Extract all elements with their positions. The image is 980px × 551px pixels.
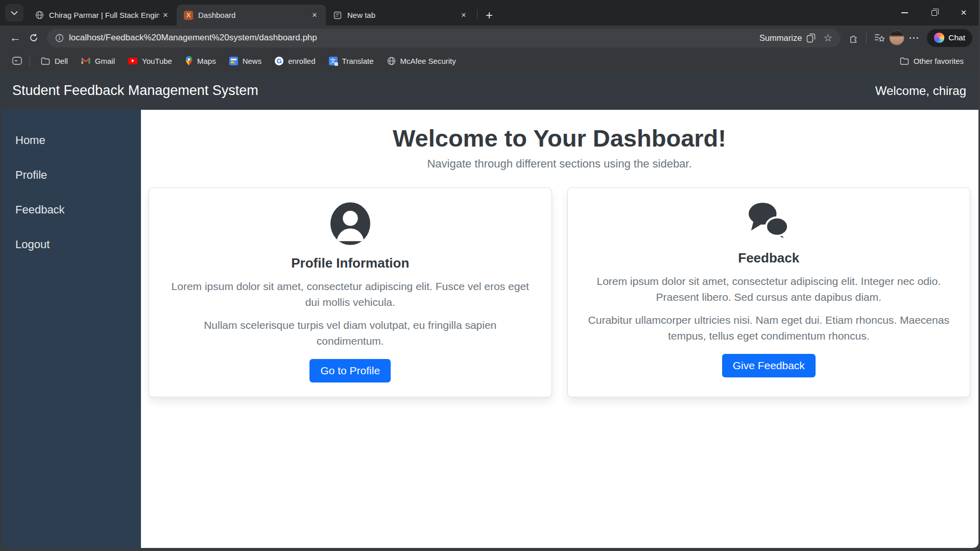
sidebar-item-logout[interactable]: Logout: [3, 227, 141, 262]
bookmark-news[interactable]: News: [223, 53, 269, 68]
sidebar-toggle-button[interactable]: [8, 52, 26, 69]
page-subtitle: Navigate through different sections usin…: [149, 157, 970, 171]
refresh-icon: [29, 33, 38, 42]
back-button[interactable]: ←: [6, 29, 25, 46]
window-controls: ✕: [890, 0, 978, 26]
card-icon-box: [330, 197, 370, 250]
page-body: Home Profile Feedback Logout Welcome to …: [0, 110, 978, 548]
bookmark-label: McAfee Security: [400, 57, 456, 65]
other-favorites-label: Other favorites: [914, 57, 964, 65]
card-paragraph: Lorem ipsum dolor sit amet, consectetur …: [588, 273, 950, 305]
tab-portfolio[interactable]: Chirag Parmar | Full Stack Engineer ✕: [28, 5, 177, 26]
settings-menu-button[interactable]: ⋯: [905, 29, 923, 46]
bookmark-folder-dell[interactable]: Dell: [34, 53, 75, 68]
summarize-copilot-icon: [806, 33, 816, 43]
browser-window: Chirag Parmar | Full Stack Engineer ✕ X …: [0, 0, 978, 548]
tab-search-button[interactable]: [5, 4, 23, 21]
extensions-button[interactable]: [845, 29, 862, 46]
chat-label: Chat: [948, 33, 965, 42]
news-icon: [229, 57, 238, 65]
folder-icon: [900, 57, 909, 65]
bookmark-label: Gmail: [95, 57, 115, 65]
translate-icon: 文: [329, 57, 338, 65]
give-feedback-button[interactable]: Give Feedback: [722, 354, 816, 377]
new-tab-button[interactable]: +: [480, 8, 499, 22]
bookmark-translate[interactable]: 文 Translate: [322, 53, 380, 68]
bookmarks-divider: [30, 55, 30, 66]
card-icon-box: [746, 197, 791, 245]
chat-bubbles-icon: [746, 202, 791, 241]
puzzle-icon: [849, 33, 858, 43]
bookmark-label: Translate: [342, 57, 374, 65]
card-paragraph: Nullam scelerisque turpis vel diam volut…: [170, 317, 531, 349]
youtube-icon: [128, 58, 137, 64]
new-tab-page-icon: [333, 11, 342, 20]
close-tab-icon[interactable]: ✕: [458, 9, 470, 21]
address-bar[interactable]: localhost/Feedback%20Management%20system…: [47, 29, 841, 47]
card-paragraph: Curabitur ullamcorper ultricies nisi. Na…: [588, 312, 950, 344]
tab-new-tab[interactable]: New tab ✕: [326, 5, 475, 26]
site-title: Student Feedback Management System: [12, 83, 258, 99]
tab-divider: [477, 9, 477, 19]
card-title: Feedback: [738, 250, 799, 266]
page-title: Welcome to Your Dashboard!: [149, 124, 970, 152]
xampp-icon: X: [184, 11, 193, 20]
folder-icon: [41, 57, 50, 65]
tab-title: Dashboard: [198, 11, 308, 19]
profile-card: Profile Information Lorem ipsum dolor si…: [149, 187, 552, 397]
sidebar-toggle-icon: [12, 57, 22, 65]
profile-button[interactable]: [888, 29, 905, 46]
site-info-icon[interactable]: [55, 34, 64, 42]
main-content: Welcome to Your Dashboard! Navigate thro…: [141, 110, 978, 548]
feedback-card: Feedback Lorem ipsum dolor sit amet, con…: [567, 187, 971, 397]
close-window-button[interactable]: ✕: [949, 0, 978, 26]
bookmark-label: enrolled: [288, 57, 315, 65]
sidebar-item-home[interactable]: Home: [3, 123, 141, 158]
refresh-button[interactable]: [25, 29, 43, 46]
close-tab-icon[interactable]: ✕: [159, 9, 172, 21]
other-favorites-button[interactable]: Other favorites: [893, 53, 970, 68]
bookmark-gmail[interactable]: Gmail: [75, 53, 122, 68]
sidebar-item-feedback[interactable]: Feedback: [3, 193, 141, 227]
restore-button[interactable]: [919, 0, 949, 26]
browser-toolbar: ← localhost/Feedback%20Management%20syst…: [0, 26, 978, 50]
go-to-profile-button[interactable]: Go to Profile: [309, 359, 391, 382]
bookmark-label: News: [243, 57, 262, 65]
tab-title: Chirag Parmar | Full Stack Engineer: [49, 11, 159, 19]
toolbar-divider: [866, 32, 867, 43]
globe-icon: [35, 11, 44, 20]
bookmark-mcafee[interactable]: McAfee Security: [380, 53, 463, 68]
tab-bar: Chirag Parmar | Full Stack Engineer ✕ X …: [0, 0, 978, 26]
globe-icon: [387, 57, 396, 65]
card-title: Profile Information: [291, 255, 409, 271]
favorites-bar-button[interactable]: [871, 29, 888, 46]
restore-icon: [931, 10, 937, 16]
url-text[interactable]: localhost/Feedback%20Management%20system…: [69, 33, 759, 43]
summarize-label: Summarize: [759, 33, 802, 43]
sidebar-item-profile[interactable]: Profile: [3, 158, 141, 193]
minimize-button[interactable]: [890, 0, 919, 26]
avatar: [889, 30, 904, 45]
gmail-icon: [81, 57, 90, 64]
sidebar: Home Profile Feedback Logout: [3, 110, 141, 548]
cards-row: Profile Information Lorem ipsum dolor si…: [149, 187, 970, 397]
bookmark-enrolled[interactable]: G enrolled: [268, 53, 322, 68]
copilot-chat-button[interactable]: Chat: [927, 29, 972, 47]
welcome-text: Welcome, chirag: [875, 84, 966, 98]
tab-dashboard-active[interactable]: X Dashboard ✕: [177, 5, 326, 26]
bookmark-youtube[interactable]: YouTube: [122, 53, 179, 68]
summarize-button[interactable]: Summarize: [759, 33, 816, 43]
site-header: Student Feedback Management System Welco…: [0, 71, 978, 110]
maps-icon: [185, 56, 193, 65]
card-paragraph: Lorem ipsum dolor sit amet, consectetur …: [170, 278, 531, 310]
google-icon: G: [275, 57, 283, 65]
bookmark-label: YouTube: [142, 57, 172, 65]
person-icon: [330, 202, 370, 245]
copilot-icon: [934, 33, 944, 43]
close-tab-icon[interactable]: ✕: [308, 9, 321, 21]
favorite-star-icon[interactable]: ☆: [823, 32, 832, 44]
minimize-icon: [901, 12, 908, 13]
bookmark-label: Maps: [197, 57, 216, 65]
bookmark-maps[interactable]: Maps: [179, 53, 223, 68]
favorites-list-icon: [874, 33, 885, 42]
